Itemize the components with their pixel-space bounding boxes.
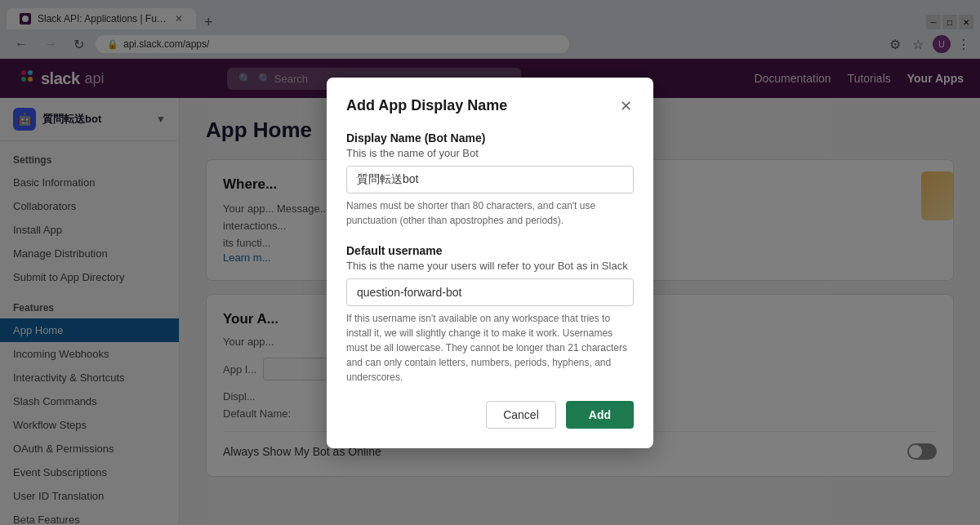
default-username-group: Default username This is the name your u…: [346, 244, 634, 385]
modal-actions: Cancel Add: [346, 401, 634, 429]
display-name-label: Display Name (Bot Name): [346, 131, 634, 145]
default-username-input[interactable]: [346, 278, 634, 306]
default-username-label: Default username: [346, 244, 634, 257]
modal-title: Add App Display Name: [346, 97, 507, 114]
modal-header: Add App Display Name ✕: [346, 97, 634, 115]
display-name-group: Display Name (Bot Name) This is the name…: [346, 131, 634, 228]
modal-overlay: Add App Display Name ✕ Display Name (Bot…: [0, 0, 980, 525]
display-name-sublabel: This is the name of your Bot: [346, 147, 634, 159]
modal-close-button[interactable]: ✕: [618, 97, 634, 115]
display-name-input[interactable]: [346, 166, 634, 194]
display-name-hint: Names must be shorter than 80 characters…: [346, 198, 634, 228]
add-button[interactable]: Add: [566, 401, 634, 429]
default-username-hint: If this username isn't available on any …: [346, 311, 634, 385]
cancel-button[interactable]: Cancel: [486, 401, 556, 429]
default-username-sublabel: This is the name your users will refer t…: [346, 260, 634, 272]
modal: Add App Display Name ✕ Display Name (Bot…: [327, 78, 653, 448]
